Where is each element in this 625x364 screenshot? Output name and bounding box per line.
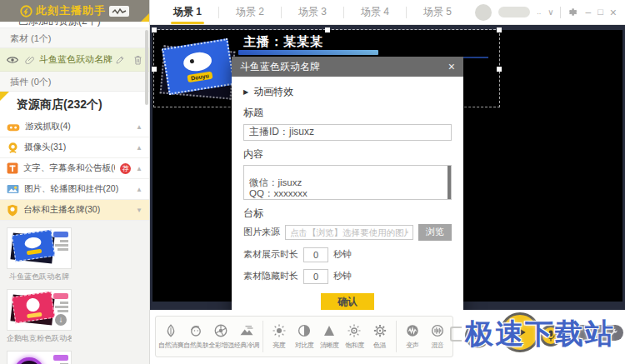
tab-scene-1[interactable]: 场景 1	[157, 0, 218, 24]
douyu-logo-tag: Douyu	[188, 72, 213, 83]
douyu-mascot-icon	[182, 51, 213, 73]
store-item-thumbnail[interactable]: ↓	[7, 289, 72, 331]
image-source-input[interactable]	[285, 225, 413, 240]
added-resources-label: 已添加的资源(2个)	[0, 22, 149, 28]
effects-toolbar: 自然清爽 自然美肤 全彩增强 经典冷调 亮度 对比度	[155, 316, 453, 357]
dialog-titlebar[interactable]: 斗鱼蓝色跃动名牌 ×	[232, 57, 463, 77]
adjust-color-temp[interactable]: 色温	[367, 323, 392, 350]
store-item-label: 斗鱼蓝色跃动名牌	[7, 272, 72, 282]
waveform-icon	[109, 6, 129, 17]
textarea-scrollbar[interactable]	[448, 166, 451, 199]
link-icon	[25, 55, 34, 64]
category-game-capture[interactable]: 游戏抓取(4) ▲	[0, 117, 149, 137]
image-source-label: 图片来源	[243, 226, 280, 238]
hide-duration-row: 素材隐藏时长 秒钟	[243, 269, 452, 284]
audio-mixer[interactable]: 混音	[425, 323, 450, 350]
dialog-close-icon[interactable]: ×	[448, 61, 455, 72]
category-label: 图片、轮播图和挂件(20)	[24, 183, 131, 195]
adjust-sharpness[interactable]: 清晰度	[317, 323, 342, 350]
visibility-eye-icon[interactable]	[7, 56, 18, 64]
category-nameplates[interactable]: 台标和主播名牌(30) ▼	[0, 200, 149, 221]
collapse-arrow-icon[interactable]: ▲	[136, 123, 142, 131]
resize-handle[interactable]	[325, 27, 330, 32]
tab-scene-3[interactable]: 场景 3	[282, 0, 343, 24]
category-text-banners[interactable]: 文字、字幕条和公告板(63) 荐 ▲	[0, 158, 149, 179]
aperture-icon	[213, 323, 228, 338]
game-controller-icon	[7, 122, 20, 132]
dots-label: ..	[537, 8, 541, 16]
username-pill	[498, 7, 530, 17]
adjust-brightness[interactable]: 亮度	[267, 323, 292, 350]
gear-sun-icon	[372, 323, 388, 338]
douyu-nameplate-widget[interactable]: Douyu	[157, 40, 243, 110]
adjust-saturation[interactable]: 饱和度	[342, 323, 367, 350]
browse-button[interactable]: 浏览	[418, 224, 452, 241]
category-label: 文字、字幕条和公告板(63)	[23, 162, 115, 174]
close-button[interactable]: ×	[610, 7, 617, 18]
tab-scene-5[interactable]: 场景 5	[407, 0, 468, 24]
filter-full-color[interactable]: 全彩增强	[208, 323, 233, 350]
landscape-icon	[239, 323, 254, 338]
plugins-section-header: 插件 (0个)	[0, 72, 149, 92]
show-duration-input[interactable]	[303, 247, 328, 262]
preview-canvas[interactable]: Douyu 主播：某某某 斗鱼蓝色跃动名牌 × ▶ 动画特效 标题 内容 微信：…	[150, 25, 625, 310]
scrolled-list-header: 已添加的资源(2个)	[0, 22, 149, 28]
material-list-item[interactable]: 斗鱼蓝色跃动名牌	[0, 48, 149, 72]
adjust-contrast[interactable]: 对比度	[292, 323, 317, 350]
store-item-thumbnail[interactable]	[7, 227, 72, 269]
filter-natural-skin[interactable]: 自然美肤	[183, 323, 208, 350]
nameplate-settings-dialog: 斗鱼蓝色跃动名牌 × ▶ 动画特效 标题 内容 微信：jisuxz QQ：xxx…	[232, 57, 463, 322]
app-title: 此刻主播助手	[36, 3, 106, 18]
app-window: 此刻主播助手 已添加的资源(2个) 素材 (1个) 斗鱼蓝色跃动名牌	[0, 0, 625, 364]
download-icon[interactable]: ↓	[53, 312, 68, 327]
confirm-button[interactable]: 确认	[321, 293, 374, 312]
maximize-button[interactable]: □	[598, 7, 603, 17]
tab-scene-2[interactable]: 场景 2	[219, 0, 281, 24]
banner-underline-bar	[238, 50, 378, 55]
sidebar-scrollbar[interactable]	[145, 30, 148, 105]
category-images-widgets[interactable]: 图片、轮播图和挂件(20) ▲	[0, 179, 149, 200]
audio-voice-changer[interactable]: 变声	[400, 323, 425, 350]
collapse-arrow-icon[interactable]: ▲	[136, 186, 142, 193]
resize-handle[interactable]	[152, 27, 157, 32]
leaf-icon	[163, 323, 178, 338]
corner-fold-decoration	[0, 92, 9, 101]
title-input[interactable]	[243, 124, 452, 141]
expand-arrow-icon[interactable]: ▼	[136, 207, 142, 214]
image-source-row: 图片来源 浏览	[243, 224, 452, 241]
store-header-label: 资源商店(232个)	[17, 97, 102, 111]
category-label: 台标和主播名牌(30)	[23, 204, 131, 216]
animation-effects-toggle[interactable]: ▶ 动画特效	[243, 85, 452, 99]
image-icon	[7, 184, 19, 194]
equalizer-icon	[430, 323, 445, 338]
sun-hollow-icon	[347, 323, 362, 338]
sidebar: 此刻主播助手 已添加的资源(2个) 素材 (1个) 斗鱼蓝色跃动名牌	[0, 0, 150, 364]
chevron-down-icon[interactable]: ∨	[548, 8, 553, 17]
collapse-arrow-icon[interactable]: ▲	[136, 165, 142, 172]
store-item-douyu-blue[interactable]: 斗鱼蓝色跃动名牌	[7, 227, 72, 282]
edit-pencil-icon[interactable]	[115, 55, 125, 65]
collapse-arrow-icon[interactable]: ▲	[136, 144, 142, 152]
store-item-huya-purple[interactable]: ↓ 虎牙紫色荧光名牌	[7, 351, 72, 364]
minimize-button[interactable]: –	[585, 7, 591, 17]
store-item-penguin-pink[interactable]: ↓ 企鹅电竞粉色跃动名牌	[7, 289, 72, 344]
delete-trash-icon[interactable]	[133, 55, 142, 65]
hide-duration-input[interactable]	[303, 269, 328, 284]
user-avatar[interactable]	[475, 4, 492, 21]
settings-gear-icon[interactable]	[568, 7, 578, 17]
category-camera[interactable]: 摄像头(31) ▲	[0, 137, 149, 158]
store-item-thumbnail[interactable]: ↓	[7, 351, 72, 364]
materials-section-header: 素材 (1个)	[0, 28, 149, 48]
filter-natural-fresh[interactable]: 自然清爽	[158, 323, 183, 350]
resize-handle[interactable]	[497, 27, 502, 32]
resize-handle[interactable]	[497, 67, 502, 72]
store-header: 资源商店(232个)	[0, 92, 149, 117]
badge-shield-icon	[7, 204, 18, 217]
content-field-label: 内容	[243, 147, 452, 162]
tab-scene-4[interactable]: 场景 4	[344, 0, 406, 24]
content-textarea[interactable]: 微信：jisuxz QQ：xxxxxxx 早上九点直播到晚上八点	[243, 165, 452, 200]
filter-classic-cool[interactable]: 经典冷调	[234, 323, 259, 350]
material-item-label: 斗鱼蓝色跃动名牌	[39, 53, 115, 66]
face-icon	[188, 323, 203, 338]
dialog-body: ▶ 动画特效 标题 内容 微信：jisuxz QQ：xxxxxxx 早上九点直播…	[232, 77, 463, 322]
